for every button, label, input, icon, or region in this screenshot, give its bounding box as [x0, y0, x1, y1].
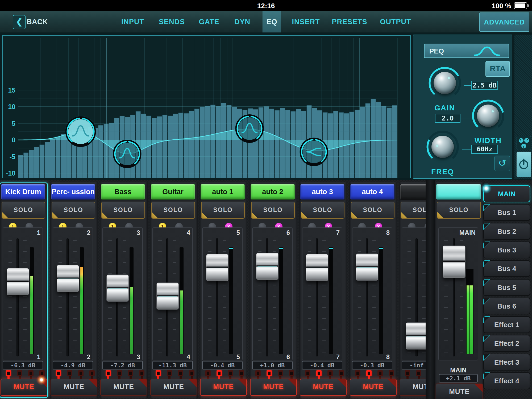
mute-button[interactable]: MUTE: [350, 379, 397, 396]
eq-band-handle-2[interactable]: [113, 139, 142, 169]
tab-output[interactable]: OUTPUT: [376, 11, 415, 32]
clock: 12:16: [0, 2, 532, 10]
width-connector: [459, 118, 470, 118]
fader-cap[interactable]: [106, 275, 129, 302]
tab-dyn[interactable]: DYN: [231, 11, 254, 32]
sidebar-item-bus-2[interactable]: Bus 2: [483, 223, 530, 240]
mute-button[interactable]: MUTE: [100, 379, 147, 396]
fader-tick: [408, 240, 411, 241]
eq-band-handle-4[interactable]: [299, 137, 329, 167]
mute-button[interactable]: MUTE: [51, 379, 97, 396]
main-fader-cap[interactable]: [443, 246, 466, 278]
mute-button[interactable]: MUTE: [150, 379, 197, 396]
channel-name-label[interactable]: auto 3: [300, 184, 344, 200]
send-indicator-square: [239, 370, 244, 376]
main-solo-button[interactable]: SOLO: [437, 202, 481, 219]
channel-name-label[interactable]: Bass: [101, 184, 145, 200]
tab-gate[interactable]: GATE: [195, 11, 223, 32]
sidebar-item-effect-4[interactable]: Effect 4: [483, 372, 530, 389]
sidebar-item-main[interactable]: MAIN: [483, 185, 530, 202]
tab-sends[interactable]: SENDS: [155, 11, 189, 32]
main-name-label[interactable]: [436, 184, 481, 200]
solo-button[interactable]: SOLO: [351, 202, 394, 219]
main-mute-button[interactable]: MUTE: [436, 384, 483, 399]
send-indicator-square: [205, 370, 211, 376]
send-indicator-square: [139, 370, 144, 376]
mute-button[interactable]: MUTE: [200, 379, 247, 396]
reset-button[interactable]: ↺: [494, 156, 510, 171]
solo-button[interactable]: SOLO: [52, 202, 95, 219]
solo-button[interactable]: SOLO: [301, 202, 344, 219]
sidebar-item-effect-1[interactable]: Effect 1: [483, 316, 530, 333]
fader-cap[interactable]: [57, 265, 79, 292]
channel-name-label[interactable]: Kick Drum: [1, 184, 45, 200]
mute-button[interactable]: MUTE: [300, 379, 347, 396]
battery-icon: [514, 2, 527, 9]
channel-name-label[interactable]: auto 1: [201, 184, 245, 200]
fader-cap[interactable]: [156, 282, 179, 310]
fader-cap[interactable]: [406, 322, 426, 350]
fader-tick: [9, 340, 12, 341]
fader-tick: [208, 318, 211, 319]
send-indicator-square: [28, 370, 34, 376]
tab-presets[interactable]: PRESETS: [328, 11, 371, 32]
corner-fold-icon: [483, 316, 490, 323]
solo-button[interactable]: SOLO: [401, 202, 426, 219]
send-indicator-square: [178, 370, 183, 376]
back-button[interactable]: ❮ BACK: [13, 15, 50, 29]
main-meter-fill-right: [470, 285, 473, 354]
fader-tick: [73, 240, 77, 241]
channel-number-bottom: 6: [251, 353, 290, 361]
channel-number-top: 3: [101, 229, 140, 236]
width-knob[interactable]: [469, 97, 507, 134]
sidebar-item-effect-3[interactable]: Effect 3: [483, 354, 530, 371]
sidebar-item-bus-5[interactable]: Bus 5: [483, 279, 530, 296]
fader-cap[interactable]: [356, 253, 378, 281]
solo-button[interactable]: SOLO: [101, 202, 145, 219]
solo-button[interactable]: SOLO: [251, 202, 295, 219]
freq-knob[interactable]: [424, 128, 461, 165]
channel-number-top: 7: [300, 229, 340, 236]
channel-name-label[interactable]: auto 2: [251, 184, 295, 200]
y-tick-label: 5: [12, 120, 15, 127]
sidebar-item-bus-3[interactable]: Bus 3: [483, 242, 530, 258]
channel-name-label[interactable]: auto 4: [350, 184, 394, 200]
eq-band-handle-3[interactable]: [235, 114, 264, 143]
channel-name-label[interactable]: Guitar: [151, 184, 195, 200]
fader-tick: [408, 262, 411, 263]
mute-button[interactable]: MUTE: [1, 379, 47, 396]
fader-cap[interactable]: [306, 254, 328, 281]
power-button[interactable]: [517, 152, 531, 177]
rta-button[interactable]: RTA: [485, 61, 510, 77]
mute-button[interactable]: MUTE: [250, 379, 297, 396]
channel-number-bottom: 4: [151, 353, 190, 361]
corner-fold-icon: [483, 260, 490, 267]
fader-cap[interactable]: [7, 268, 29, 295]
filter-type-dropdown[interactable]: PEQ: [424, 44, 509, 58]
fader-cap[interactable]: [206, 254, 228, 281]
tab-insert[interactable]: INSERT: [288, 11, 323, 32]
fader-tick: [123, 251, 126, 252]
channel-number-bottom: 1: [1, 353, 40, 361]
fader-tick: [23, 318, 27, 319]
eq-band-handle-1[interactable]: [65, 116, 96, 147]
fader-cap[interactable]: [256, 253, 279, 280]
fader-tick: [322, 329, 326, 330]
channel-name-label[interactable]: Perc- ussion: [51, 184, 95, 200]
sidebar-item-bus-1[interactable]: Bus 1: [483, 204, 530, 221]
fader-tick: [358, 340, 361, 341]
mute-button[interactable]: MUTE: [400, 379, 426, 396]
sidebar-item-bus-6[interactable]: Bus 6: [483, 298, 530, 314]
advanced-button[interactable]: ADVANCED: [479, 13, 529, 32]
tab-input[interactable]: INPUT: [118, 11, 148, 32]
solo-button[interactable]: SOLO: [151, 202, 195, 219]
solo-button[interactable]: SOLO: [2, 202, 45, 219]
fader-tick: [444, 296, 448, 297]
solo-button[interactable]: SOLO: [201, 202, 245, 219]
mixer-view-button[interactable]: [517, 136, 531, 150]
channel-name-label[interactable]: [400, 184, 426, 200]
sidebar-item-bus-4[interactable]: Bus 4: [483, 260, 530, 277]
gain-knob[interactable]: [426, 64, 463, 102]
tab-eq[interactable]: EQ: [263, 11, 281, 32]
sidebar-item-effect-2[interactable]: Effect 2: [483, 335, 530, 352]
